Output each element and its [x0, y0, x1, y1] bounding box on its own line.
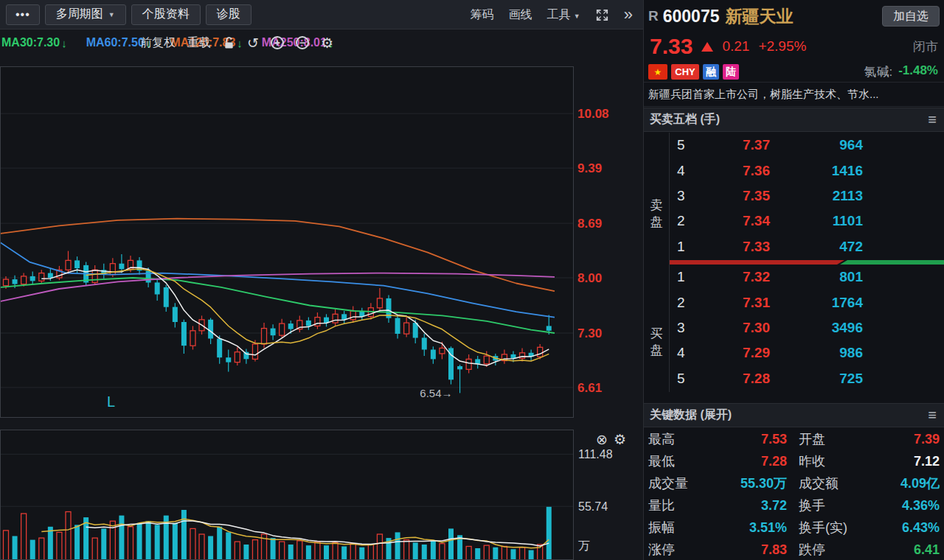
add-watchlist-button[interactable]: 加自选 [882, 6, 940, 27]
order-book-row[interactable]: 27.311764 [670, 295, 944, 311]
chart-controls: 前复权 重载 ↺ + − ⚙ [140, 30, 333, 55]
adjust-mode-button[interactable]: 前复权 [140, 35, 176, 51]
key-label: 最高 [648, 430, 706, 448]
svg-text:7.30: 7.30 [577, 326, 602, 340]
volume: 1101 [770, 213, 863, 229]
key-label: 成交量 [648, 475, 706, 492]
margin-badge[interactable]: 融 [703, 64, 719, 80]
key-label: 换手(实) [799, 519, 875, 536]
key-label: 跌停 [799, 541, 875, 559]
connect-badge[interactable]: 陆 [723, 64, 739, 80]
stock-info-button[interactable]: 个股资料 [131, 4, 201, 25]
key-value: 4.36% [875, 498, 940, 514]
key-value: 6.41 [875, 542, 940, 558]
toolbar: ••• 多周期图 ▼ 个股资料 诊股 筹码 画线 工具 ▼ » [0, 0, 643, 29]
market-status: 闭市 [913, 38, 938, 55]
svg-text:6.54→: 6.54→ [420, 387, 452, 399]
key-value: 3.51% [706, 520, 787, 536]
period-select-label: 多周期图 [56, 7, 103, 22]
fullscreen-icon[interactable] [595, 8, 609, 22]
key-value: 7.53 [706, 432, 787, 447]
key-label: 涨停 [648, 541, 706, 559]
volume: 3496 [770, 320, 863, 336]
svg-text:55.74: 55.74 [578, 500, 608, 513]
stock-code: 600075 [663, 7, 720, 27]
sell-side-label: 卖 盘 [644, 197, 669, 231]
volume: 1416 [770, 163, 863, 179]
tools-menu-button[interactable]: 工具 ▼ [546, 7, 580, 23]
order-book-row[interactable]: 17.32801 [670, 269, 944, 285]
volume: 2113 [770, 188, 863, 204]
key-label: 振幅 [648, 519, 706, 536]
svg-text:8.69: 8.69 [577, 217, 602, 231]
chevron-down-icon: ▼ [108, 11, 115, 18]
order-book-header: 买卖五档 (手) ≡ [644, 108, 944, 132]
period-select-button[interactable]: 多周期图 ▼ [45, 4, 126, 25]
sector-name: 氯碱: [864, 63, 892, 80]
key-label: 成交额 [799, 475, 875, 492]
undo-icon[interactable]: ↺ [247, 36, 259, 50]
buy-side-label: 买 盘 [644, 326, 669, 360]
key-value: 7.83 [706, 542, 787, 558]
level: 2 [670, 295, 695, 311]
volume: 964 [770, 137, 863, 153]
zoom-out-icon[interactable]: − [296, 36, 309, 49]
price: 7.33 [695, 239, 770, 255]
more-menu-button[interactable]: ••• [6, 4, 40, 25]
volume: 801 [770, 269, 863, 285]
order-book-row[interactable]: 37.352113 [670, 188, 944, 204]
company-description[interactable]: 新疆兵团首家上市公司，树脂生产技术、节水... [644, 82, 944, 107]
order-book: 卖 盘 买 盘 57.3796447.36141637.35211327.341… [644, 133, 944, 392]
price: 7.29 [695, 345, 770, 361]
draw-tool-button[interactable]: 画线 [508, 7, 532, 23]
sector-quote[interactable]: 氯碱: -1.48% [864, 63, 938, 80]
chy-badge[interactable]: CHY [671, 64, 699, 80]
candlestick-chart[interactable]: 10.089.398.698.007.306.61111.4855.74万6.5… [0, 66, 643, 560]
key-data-row: 最低7.28昨收7.12 [648, 450, 940, 472]
diagnose-button[interactable]: 诊股 [206, 4, 251, 25]
order-book-row[interactable]: 47.361416 [670, 163, 944, 179]
svg-text:L: L [107, 393, 115, 410]
price: 7.30 [695, 320, 770, 336]
menu-icon[interactable]: ≡ [928, 111, 937, 128]
menu-icon[interactable]: ≡ [928, 407, 937, 424]
zoom-in-icon[interactable]: + [271, 36, 284, 49]
toolbar-right-group: 筹码 画线 工具 ▼ » [470, 0, 633, 29]
key-label: 昨收 [799, 452, 875, 470]
level: 5 [670, 371, 695, 387]
price: 7.34 [695, 213, 770, 229]
down-arrow-icon: ↓ [61, 37, 67, 49]
order-book-side-labels: 卖 盘 买 盘 [644, 133, 669, 392]
close-icon[interactable]: ⊗ [596, 432, 608, 448]
volume: 986 [770, 345, 863, 361]
volume: 472 [770, 239, 863, 255]
reload-button[interactable]: 重载 [187, 35, 211, 51]
price-change-pct: +2.95% [758, 38, 806, 55]
order-book-row[interactable]: 17.33472 [670, 239, 944, 255]
order-book-row[interactable]: 47.29986 [670, 345, 944, 361]
order-book-row[interactable]: 27.341101 [670, 213, 944, 229]
key-label: 量比 [648, 497, 706, 514]
chips-tool-button[interactable]: 筹码 [470, 7, 493, 23]
price: 7.36 [695, 163, 770, 179]
order-book-row[interactable]: 57.28725 [670, 371, 944, 387]
volume-panel-controls: ⊗ ⚙ [596, 432, 626, 448]
key-label: 开盘 [799, 430, 875, 448]
key-data-title[interactable]: 关键数据 (展开) [650, 407, 732, 423]
level: 4 [670, 345, 695, 361]
order-book-row[interactable]: 57.37964 [670, 137, 944, 153]
gear-icon[interactable]: ⚙ [614, 432, 626, 448]
gear-icon[interactable]: ⚙ [321, 36, 333, 50]
order-book-row[interactable]: 37.303496 [670, 320, 944, 336]
unlock-icon[interactable] [223, 36, 235, 50]
price: 7.32 [695, 269, 770, 285]
collapse-panel-icon[interactable]: » [624, 5, 633, 24]
sector-change: -1.48% [898, 63, 938, 80]
key-data-row: 最高7.53开盘7.39 [648, 428, 940, 450]
chevron-down-icon: ▼ [574, 13, 580, 20]
key-value: 55.30万 [706, 475, 787, 492]
tag-row: ★ CHY 融 陆 氯碱: -1.48% [644, 62, 944, 82]
ma-label: MA30:7.30↓ [1, 36, 67, 49]
level: 2 [670, 213, 695, 229]
stock-app-window: ••• 多周期图 ▼ 个股资料 诊股 筹码 画线 工具 ▼ » MA30:7.3… [0, 0, 944, 560]
